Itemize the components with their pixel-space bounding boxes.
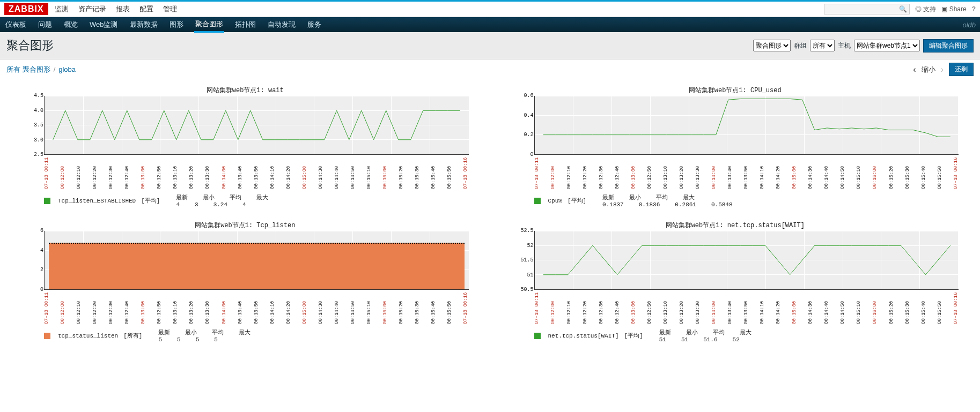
x-axis: 07-18 00:1100:12:0000:12:1000:12:2000:12… — [534, 157, 959, 189]
subnav-problems[interactable]: 问题 — [37, 18, 53, 32]
legend-agg: [所有] — [123, 332, 142, 340]
subnav-graphs[interactable]: 图形 — [168, 18, 185, 32]
legend-series-name: net.tcp.status[WAIT] — [548, 333, 619, 339]
help-icon[interactable]: ? — [972, 5, 976, 13]
search-icon: 🔍 — [899, 5, 907, 13]
charts-wrap: 网站集群web节点1: wait4.54.03.53.02.507-18 00:… — [0, 79, 980, 348]
zoom-out-button[interactable]: 缩小 — [922, 65, 935, 74]
y-axis: 4.54.03.53.02.5 — [22, 93, 43, 158]
search-input[interactable]: 🔍 — [824, 4, 910, 14]
subnav-discovery[interactable]: 自动发现 — [267, 18, 297, 32]
chart-legend: net.tcp.status[WAIT][平均]最新最小平均最大515151.6… — [534, 328, 959, 343]
next-arrow-icon[interactable]: › — [941, 65, 944, 74]
y-axis: 52.55251.55150.5 — [512, 228, 534, 293]
support-link[interactable]: ◎ 支持 — [915, 5, 936, 14]
legend-swatch — [534, 333, 541, 339]
chart-1: 网站集群web节点1: CPU_used0.60.40.2007-18 00:1… — [512, 86, 959, 208]
topbar: ZABBIX 监测 资产记录 报表 配置 管理 🔍 ◎ 支持 ▣ Share ? — [0, 0, 980, 17]
legend-series-name: Cpu% — [548, 198, 562, 204]
chart-2: 网站集群web节点1: Tcp_listen642007-18 00:1100:… — [21, 221, 469, 343]
subnav-dashboard[interactable]: 仪表板 — [4, 18, 27, 32]
top-menu-config[interactable]: 配置 — [139, 4, 153, 14]
subnav-services[interactable]: 服务 — [306, 18, 322, 32]
legend-agg: [平均] — [568, 197, 586, 205]
edit-screen-button[interactable]: 编辑聚合图形 — [923, 39, 974, 53]
x-axis: 07-18 00:1100:12:0000:12:1000:12:2000:12… — [44, 292, 469, 324]
host-select[interactable]: 网站集群web节点1 — [854, 40, 920, 51]
legend-stats: 最新最小平均最大0.18370.18360.28610.5848 — [602, 193, 732, 208]
legend-series-name: tcp_status_listen — [58, 333, 118, 339]
x-axis: 07-18 00:1100:12:0000:12:1000:12:2000:12… — [44, 157, 469, 189]
remaining-button[interactable]: 还剩 — [949, 63, 974, 76]
breadcrumb-current[interactable]: globa — [58, 65, 76, 73]
page-head: 聚合图形 聚合图形 群组 所有 主机 网站集群web节点1 编辑聚合图形 — [0, 32, 980, 59]
logo[interactable]: ZABBIX — [4, 3, 48, 15]
y-axis: 6420 — [22, 228, 43, 293]
x-axis: 07-18 00:1100:12:0000:12:1000:12:2000:12… — [534, 292, 959, 324]
chart-title: 网站集群web节点1: Tcp_listen — [21, 221, 469, 230]
mode-select[interactable]: 聚合图形 — [753, 40, 791, 51]
chart-legend: Cpu%[平均]最新最小平均最大0.18370.18360.28610.5848 — [534, 193, 959, 208]
top-menu: 监测 资产记录 报表 配置 管理 — [55, 4, 177, 14]
breadcrumb-sep: / — [54, 65, 56, 73]
group-label: 群组 — [794, 41, 807, 50]
page-controls: 聚合图形 群组 所有 主机 网站集群web节点1 编辑聚合图形 — [753, 39, 974, 53]
page-title: 聚合图形 — [6, 38, 54, 54]
chart-legend: Tcp_listen_ESTABLISHED[平均]最新最小平均最大433.24… — [44, 193, 469, 208]
zoom-controls: ‹ 缩小 › 还剩 — [913, 63, 974, 76]
host-label: 主机 — [838, 41, 851, 50]
breadcrumb-row: 所有 聚合图形 / globa ‹ 缩小 › 还剩 — [0, 59, 980, 79]
chart-3: 网站集群web节点1: net.tcp.status[WAIT]52.55251… — [512, 221, 959, 343]
chart-title: 网站集群web节点1: net.tcp.status[WAIT] — [512, 221, 959, 230]
chart-0: 网站集群web节点1: wait4.54.03.53.02.507-18 00:… — [21, 86, 469, 208]
top-menu-admin[interactable]: 管理 — [163, 4, 177, 14]
top-menu-monitor[interactable]: 监测 — [55, 4, 69, 14]
prev-arrow-icon[interactable]: ‹ — [913, 65, 916, 74]
legend-swatch — [534, 198, 541, 204]
subnav-hostname: oldb — [962, 21, 976, 29]
legend-swatch — [44, 333, 50, 339]
share-link[interactable]: ▣ Share — [941, 5, 966, 13]
subnav-latest[interactable]: 最新数据 — [129, 18, 159, 32]
legend-stats: 最新最小平均最大515151.652 — [659, 328, 751, 343]
top-menu-reports[interactable]: 报表 — [116, 4, 130, 14]
chart-plot[interactable]: 6420 — [44, 231, 469, 290]
chart-legend: tcp_status_listen[所有]最新最小平均最大5555 — [44, 328, 469, 343]
legend-agg: [平均] — [624, 332, 643, 340]
legend-swatch — [44, 198, 50, 204]
legend-stats: 最新最小平均最大433.244 — [176, 193, 268, 208]
subnav: 仪表板 问题 概览 Web监测 最新数据 图形 聚合图形 拓扑图 自动发现 服务… — [0, 17, 980, 32]
legend-agg: [平均] — [141, 197, 160, 205]
legend-series-name: Tcp_listen_ESTABLISHED — [58, 198, 136, 204]
subnav-overview[interactable]: 概览 — [63, 18, 79, 32]
chart-title: 网站集群web节点1: CPU_used — [512, 86, 959, 95]
chart-plot[interactable]: 0.60.40.20 — [534, 96, 959, 155]
breadcrumb-root[interactable]: 所有 聚合图形 — [6, 65, 50, 74]
subnav-web[interactable]: Web监测 — [89, 18, 119, 32]
legend-stats: 最新最小平均最大5555 — [158, 328, 250, 343]
group-select[interactable]: 所有 — [810, 40, 835, 51]
topbar-right: 🔍 ◎ 支持 ▣ Share ? — [824, 4, 976, 14]
subnav-maps[interactable]: 拓扑图 — [234, 18, 257, 32]
chart-title: 网站集群web节点1: wait — [21, 86, 469, 95]
y-axis: 0.60.40.20 — [512, 93, 534, 158]
subnav-screens[interactable]: 聚合图形 — [194, 17, 224, 33]
chart-plot[interactable]: 4.54.03.53.02.5 — [44, 96, 469, 155]
top-menu-inventory[interactable]: 资产记录 — [78, 4, 106, 14]
chart-plot[interactable]: 52.55251.55150.5 — [534, 231, 959, 290]
